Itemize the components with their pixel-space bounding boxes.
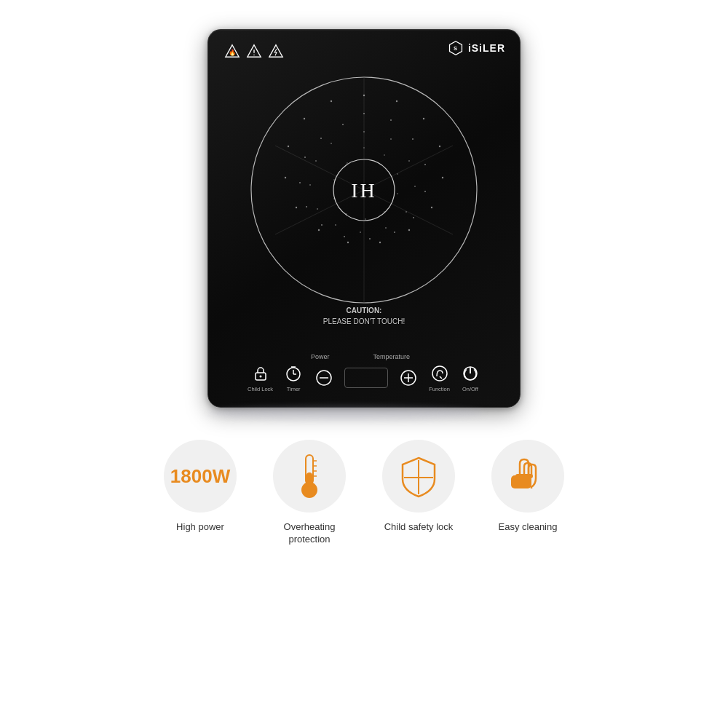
svg-point-13 <box>442 177 443 178</box>
feature-easy-cleaning: Easy cleaning <box>484 440 571 534</box>
child-lock-label: Child Lock <box>248 386 273 392</box>
timer-icon <box>283 363 304 384</box>
plus-button[interactable] <box>398 368 419 388</box>
caution-text: CAUTION: PLEASE DON'T TOUCH! <box>323 305 405 327</box>
svg-point-35 <box>299 182 301 183</box>
high-power-circle: 1800W <box>164 440 237 513</box>
onoff-button[interactable]: On/Off <box>460 363 480 392</box>
svg-point-57 <box>363 147 365 149</box>
svg-point-11 <box>423 118 424 119</box>
caution-title: CAUTION: <box>323 305 405 316</box>
svg-point-47 <box>408 160 410 162</box>
power-label: Power <box>311 353 330 360</box>
brand-logo: S iSiLER <box>448 40 505 56</box>
high-power-label: High power <box>176 521 224 534</box>
child-lock-button[interactable]: Child Lock <box>248 363 273 392</box>
timer-label: Timer <box>287 386 301 392</box>
svg-line-40 <box>364 146 453 190</box>
controls-row: Child Lock Timer <box>248 363 480 392</box>
svg-point-59 <box>397 173 398 175</box>
svg-point-14 <box>431 207 432 208</box>
overheat-circle <box>273 440 346 513</box>
svg-text:IH: IH <box>351 179 377 202</box>
svg-point-29 <box>413 217 414 218</box>
svg-text:S: S <box>454 45 458 52</box>
svg-point-53 <box>317 208 318 210</box>
svg-point-31 <box>369 238 371 240</box>
warning-icons: 🔥 <box>224 43 284 59</box>
svg-rect-89 <box>306 472 312 487</box>
function-button[interactable]: Function <box>429 363 450 392</box>
svg-point-27 <box>424 164 426 165</box>
onoff-label: On/Off <box>462 386 478 392</box>
flame-warning-icon: 🔥 <box>224 43 240 59</box>
shield-icon <box>397 454 440 498</box>
brand-name: iSiLER <box>468 42 505 54</box>
svg-point-62 <box>365 218 366 220</box>
svg-point-58 <box>384 154 385 156</box>
svg-point-10 <box>396 100 397 102</box>
svg-point-12 <box>439 146 440 147</box>
svg-point-55 <box>315 160 317 162</box>
child-safety-label: Child safety lock <box>384 521 454 534</box>
svg-point-60 <box>397 193 398 194</box>
heating-zone: IH <box>240 66 488 314</box>
svg-point-20 <box>285 177 286 178</box>
svg-point-34 <box>306 206 307 207</box>
svg-point-4 <box>253 55 254 55</box>
svg-marker-5 <box>269 45 282 58</box>
feature-high-power: 1800W High power <box>157 440 244 534</box>
glove-icon <box>505 454 550 499</box>
electric-warning-icon <box>268 43 284 59</box>
svg-point-36 <box>304 157 306 158</box>
timer-button[interactable]: Timer <box>283 363 304 392</box>
svg-line-41 <box>364 190 453 234</box>
minus-button[interactable] <box>314 368 334 388</box>
child-safety-circle <box>382 440 455 513</box>
svg-point-70 <box>259 376 261 378</box>
svg-point-33 <box>321 224 323 226</box>
svg-text:🔥: 🔥 <box>229 49 237 57</box>
svg-point-66 <box>347 162 348 164</box>
svg-point-38 <box>342 124 344 125</box>
svg-point-80 <box>432 366 447 381</box>
induction-cooktop: 🔥 S iSiLER <box>207 29 521 408</box>
svg-point-25 <box>390 119 392 121</box>
cooktop-shadow <box>207 406 484 419</box>
svg-point-56 <box>331 143 332 144</box>
svg-point-17 <box>347 242 349 243</box>
svg-point-54 <box>309 184 311 186</box>
svg-point-51 <box>360 232 361 233</box>
svg-point-50 <box>385 227 387 229</box>
minus-icon <box>314 368 334 388</box>
feature-child-safety: Child safety lock <box>375 440 462 534</box>
svg-point-19 <box>296 207 297 208</box>
caution-warning-icon <box>246 43 262 59</box>
svg-point-28 <box>424 191 426 192</box>
power-wattage: 1800W <box>170 465 230 488</box>
svg-point-18 <box>318 229 320 231</box>
heating-pattern-svg: IH <box>240 66 488 314</box>
svg-point-48 <box>414 186 416 187</box>
thermometer-icon <box>290 452 328 500</box>
svg-point-37 <box>320 138 322 139</box>
easy-cleaning-label: Easy cleaning <box>499 521 558 534</box>
controls-labels: Power Temperature <box>311 353 417 360</box>
svg-point-52 <box>335 224 336 226</box>
svg-point-26 <box>412 138 414 140</box>
temperature-label: Temperature <box>373 353 410 360</box>
lock-icon <box>250 363 271 384</box>
svg-point-30 <box>394 232 395 233</box>
svg-point-21 <box>288 146 289 147</box>
cooktop-section: 🔥 S iSiLER <box>0 0 728 419</box>
controls-area: Power Temperature Child Lock <box>208 353 520 392</box>
svg-rect-93 <box>515 474 533 478</box>
display-box <box>344 368 388 388</box>
svg-point-32 <box>344 236 345 237</box>
svg-point-16 <box>379 242 381 243</box>
svg-point-46 <box>390 138 392 140</box>
svg-point-15 <box>408 229 410 231</box>
svg-point-49 <box>405 211 407 213</box>
svg-point-23 <box>331 100 332 102</box>
feature-overheat: Overheating protection <box>266 440 353 546</box>
